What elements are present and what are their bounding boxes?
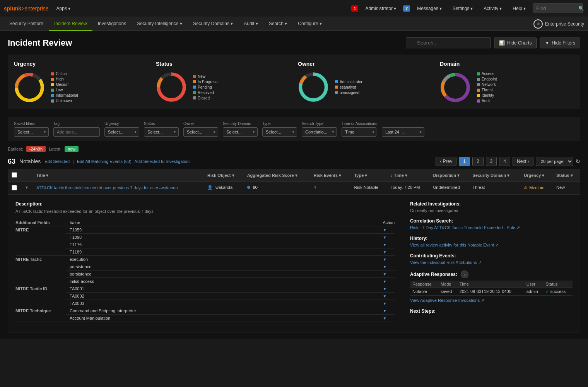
urgency-header[interactable]: Urgency ▾ [520,169,552,182]
time-header[interactable]: ↓ Time ▾ [387,169,429,182]
mitre-technique-row-1: MITRE Technique Command and Scripting In… [15,307,395,315]
risk-score-cell: 80 [243,182,310,195]
admin-label: Administrator [365,6,393,11]
latest-value[interactable]: now [65,146,79,152]
risk-object-cell: 👤 wakanda [203,182,243,195]
type-select[interactable]: Select... [262,127,297,137]
edit-selected-link[interactable]: Edit Selected [44,159,70,164]
next-label: Next [517,159,526,164]
t1098-arrow[interactable]: ▼ [383,235,386,240]
row-checkbox-cell[interactable] [8,182,21,195]
apps-menu-button[interactable]: Apps ▾ [53,4,74,13]
mitre-label: MITRE [15,226,66,256]
security-domain-header[interactable]: Security Domain ▾ [469,169,520,182]
ta0002-arrow[interactable]: ▼ [383,294,386,298]
next-steps-title: Next Steps: [410,308,573,314]
pagination: ‹ Prev 1 2 3 4 Next › 20 per page ↻ [436,157,580,166]
legend-closed: Closed [193,96,217,100]
earliest-value[interactable]: -24h9h [26,146,46,152]
audit-dot [477,99,480,103]
ta0001-arrow[interactable]: ▼ [383,287,386,291]
correlation-search-link[interactable]: Risk - 7 Day ATT&CK Tactic Threshold Exc… [410,225,520,230]
add-investigation-link[interactable]: Add Selected to Investigation [135,159,190,164]
status-header[interactable]: Status ▾ [552,169,580,182]
refresh-button[interactable]: ↻ [576,158,580,164]
title-header[interactable]: Title ▾ [32,169,203,182]
t1176-arrow[interactable]: ▼ [383,243,386,247]
page-3-button[interactable]: 3 [486,157,497,166]
agg-risk-score-header[interactable]: Aggregated Risk Score ▾ [243,169,310,182]
help-arrow: ▾ [523,6,526,11]
last24-select[interactable]: Last 24 ... [382,127,424,137]
mitre-val-t1098: T1098 [66,234,381,241]
subnav-search[interactable]: Search ▾ [263,17,292,31]
saved-filters-select[interactable]: Select... [14,127,49,137]
prev-button[interactable]: ‹ Prev [436,157,456,166]
initial-access-arrow[interactable]: ▼ [383,279,386,284]
history-link[interactable]: View all review activity for this Notabl… [410,243,499,247]
ta0003-arrow[interactable]: ▼ [383,301,386,306]
expand-button[interactable]: ▼ [25,185,29,190]
notable-title-link[interactable]: ATT&CK tactic threshold exceeded over pr… [36,185,178,190]
administrator-menu[interactable]: Administrator ▾ [361,4,400,13]
page-2-button[interactable]: 2 [472,157,484,166]
search-type-group: Search Type Correlatio... [302,122,337,137]
messages-menu[interactable]: Messages ▾ [413,4,446,13]
globe-icon[interactable]: ⊕ [533,19,543,29]
subnav-security-intelligence[interactable]: Security Intelligence ▾ [132,17,188,31]
find-input[interactable] [533,3,583,13]
page-1-button[interactable]: 1 [459,157,470,166]
history-section: History: View all review activity for th… [410,236,573,248]
activity-menu[interactable]: Activity ▾ [480,4,506,13]
urgency-donut [14,72,45,103]
persistence2-arrow[interactable]: ▼ [383,272,386,276]
table-row: ▼ ATT&CK tactic threshold exceeded over … [8,182,580,195]
help-menu[interactable]: Help ▾ [509,4,530,13]
type-header[interactable]: Type ▾ [350,169,386,182]
check-all-checkbox[interactable] [12,172,17,178]
main-search-input[interactable] [406,37,491,48]
check-all-header[interactable] [8,169,21,182]
hide-filters-button[interactable]: ▼ Hide Filters [540,38,580,48]
execution-arrow[interactable]: ▼ [383,257,386,262]
subnav-configure[interactable]: Configure ▾ [292,17,327,31]
legend-high: High [51,77,78,81]
notables-table: Title ▾ Risk Object ▾ Aggregated Risk Sc… [8,169,580,332]
risk-events-header[interactable]: Risk Events ▾ [310,169,350,182]
subnav-incident-review[interactable]: Incident Review [49,17,92,31]
security-domain-select[interactable]: Select... [223,127,258,137]
security-domain-group: Security Domain Select... [223,122,258,137]
owner-select[interactable]: Select... [183,127,218,137]
status-select[interactable]: Select... [144,127,179,137]
hide-charts-button[interactable]: 📊 Hide Charts [494,38,537,48]
mitre-row-4: T1189 ▼ [15,248,395,256]
persistence1-arrow[interactable]: ▼ [383,265,386,269]
t1059-arrow[interactable]: ▼ [383,228,386,232]
t1189-arrow[interactable]: ▼ [383,250,386,254]
table-header-row: Title ▾ Risk Object ▾ Aggregated Risk Sc… [8,169,580,182]
subnav-security-domains[interactable]: Security Domains ▾ [188,17,238,31]
command-arrow[interactable]: ▼ [383,309,386,313]
tag-input[interactable] [53,127,100,137]
row-checkbox[interactable] [12,185,17,190]
expand-cell[interactable]: ▼ [21,182,32,195]
page-4-button[interactable]: 4 [499,157,510,166]
subnav-security-posture[interactable]: Security Posture [4,17,49,31]
ta0003-val: TA0003 [66,300,381,307]
edit-all-events-link[interactable]: Edit All Matching Events (63) [77,159,132,164]
next-button[interactable]: Next › [513,157,533,166]
risk-object-header[interactable]: Risk Object ▾ [203,169,243,182]
account-arrow[interactable]: ▼ [383,316,386,320]
contributing-events-link[interactable]: View the individual Risk Attributions ↗ [410,260,482,265]
search-type-select[interactable]: Correlatio... [302,127,337,137]
adaptive-invocations-link[interactable]: View Adaptive Response Invocations ↗ [410,298,573,303]
settings-menu[interactable]: Settings ▾ [449,4,477,13]
subnav-audit[interactable]: Audit ▾ [238,17,263,31]
disposition-header[interactable]: Disposition ▾ [429,169,468,182]
urgency-select[interactable]: Select... [104,127,139,137]
per-page-wrap: 20 per page [536,157,573,166]
subnav-investigations[interactable]: Investigations [92,17,132,31]
per-page-select[interactable]: 20 per page [536,157,573,166]
risk-events-link[interactable]: 4 [314,185,316,190]
time-assoc-select[interactable]: Time [342,127,376,137]
